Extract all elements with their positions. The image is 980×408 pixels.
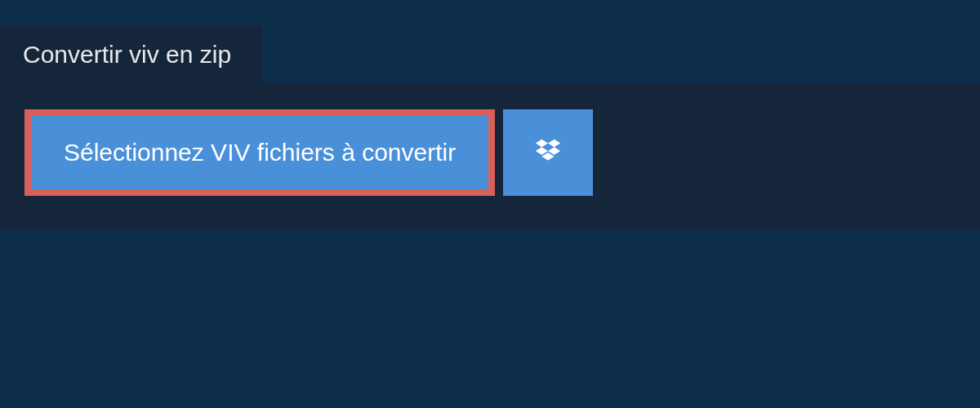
- tab-label: Convertir viv en zip: [23, 41, 231, 68]
- dropbox-icon: [532, 137, 564, 168]
- button-row: Sélectionnez VIV fichiers à convertir: [24, 109, 956, 196]
- select-files-label: Sélectionnez VIV fichiers à convertir: [64, 139, 456, 166]
- tab-convert[interactable]: Convertir viv en zip: [0, 26, 262, 83]
- tab-container: Convertir viv en zip: [0, 26, 980, 83]
- select-files-button[interactable]: Sélectionnez VIV fichiers à convertir: [24, 109, 495, 196]
- main-panel: Sélectionnez VIV fichiers à convertir: [0, 83, 980, 230]
- dropbox-button[interactable]: [503, 109, 593, 196]
